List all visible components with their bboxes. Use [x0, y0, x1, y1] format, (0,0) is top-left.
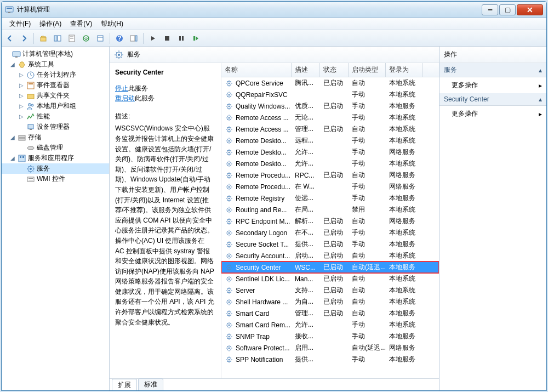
service-logon: 本地服务	[386, 332, 423, 341]
service-row[interactable]: Security CenterWSC...已启动自动(延迟...本地服务	[221, 262, 439, 273]
properties-button[interactable]	[66, 32, 78, 44]
gear-icon	[114, 50, 124, 60]
restart-service-link[interactable]: 重启动	[115, 94, 135, 102]
col-start[interactable]: 启动类型	[349, 63, 386, 77]
service-row[interactable]: Quality Windows...优质...已启动手动本地服务	[221, 100, 439, 112]
tree-performance[interactable]: ▷性能	[2, 111, 109, 122]
service-row[interactable]: Software Protect...启用...自动(延迟...网络服务	[221, 342, 439, 354]
svg-rect-29	[30, 129, 32, 130]
service-row[interactable]: Smart Card Rem...允许...手动本地系统	[221, 319, 439, 331]
pause-service-button[interactable]	[175, 32, 187, 44]
service-row[interactable]: Shell Hardware ...为自...已启动自动本地系统	[221, 296, 439, 308]
service-status: 已启动	[320, 286, 349, 295]
up-button[interactable]	[37, 32, 49, 44]
service-row[interactable]: Remote Registry使远...手动本地服务	[221, 192, 439, 204]
tree-disk-mgmt[interactable]: 磁盘管理	[2, 143, 109, 153]
service-row[interactable]: Server支持...已启动自动本地系统	[221, 285, 439, 296]
actions-group-services[interactable]: 服务▴	[439, 63, 546, 77]
svg-point-82	[229, 301, 230, 303]
service-row[interactable]: RPC Endpoint M...解析...已启动自动网络服务	[221, 215, 439, 227]
service-row[interactable]: Secondary Logon在不...已启动手动本地系统	[221, 227, 439, 238]
service-desc: 在局...	[292, 205, 320, 214]
menu-help[interactable]: 帮助(H)	[96, 18, 128, 30]
services-list[interactable]: 名称 描述 状态 启动类型 登录为 QPCore Service腾讯...已启动…	[221, 63, 439, 378]
menu-view[interactable]: 查看(V)	[66, 18, 96, 30]
service-row[interactable]: Sentinel LDK Lic...Man...已启动自动本地系统	[221, 273, 439, 285]
service-row[interactable]: Remote Procedu...RPC...已启动自动网络服务	[221, 169, 439, 181]
stop-service-link[interactable]: 停止	[115, 84, 128, 92]
stop-service-button[interactable]	[161, 32, 173, 44]
svg-rect-4	[54, 36, 57, 41]
service-row[interactable]: Security Account...启动...已启动自动本地系统	[221, 250, 439, 262]
service-logon: 本地系统	[386, 251, 423, 260]
service-row[interactable]: Remote Deskto...允许...手动网络服务	[221, 146, 439, 158]
tree-event-viewer[interactable]: ▷事件查看器	[2, 80, 109, 90]
col-status[interactable]: 状态	[320, 63, 349, 77]
tab-extended[interactable]: 扩展	[112, 379, 137, 391]
tree-storage[interactable]: ◢存储	[2, 132, 109, 143]
tree-task-scheduler[interactable]: ▷任务计划程序	[2, 70, 109, 80]
tree-local-users[interactable]: ▷本地用户和组	[2, 101, 109, 111]
svg-point-76	[229, 266, 230, 268]
service-icon	[225, 160, 233, 168]
col-name[interactable]: 名称	[221, 63, 292, 77]
chevron-right-icon: ▸	[539, 82, 542, 89]
tree-wmi[interactable]: WMI 控件	[2, 174, 109, 184]
service-start-type: 手动	[349, 355, 386, 364]
forward-button[interactable]	[18, 32, 30, 44]
tree-services[interactable]: 服务	[2, 163, 109, 174]
service-icon	[225, 344, 233, 353]
help-button[interactable]: ?	[113, 32, 125, 44]
show-hide-tree-button[interactable]	[52, 32, 64, 44]
actions-more-1[interactable]: 更多操作▸	[439, 77, 546, 93]
service-icon	[225, 275, 233, 283]
col-desc[interactable]: 描述	[292, 63, 320, 77]
tree-services-apps[interactable]: ◢服务和应用程序	[2, 153, 109, 163]
service-desc: 使远...	[292, 194, 320, 203]
service-row[interactable]: SNMP Trap接收...手动本地服务	[221, 331, 439, 342]
export-button[interactable]	[80, 32, 92, 44]
service-row[interactable]: Remote Procedu...在 W...手动网络服务	[221, 181, 439, 192]
back-button[interactable]	[4, 32, 16, 44]
restart-service-button[interactable]	[190, 32, 202, 44]
titlebar[interactable]: 计算机管理 ━ ▢ ✕	[2, 2, 546, 18]
window-controls: ━ ▢ ✕	[482, 4, 543, 15]
maximize-button[interactable]: ▢	[499, 4, 516, 15]
tree-device-manager[interactable]: 设备管理器	[2, 122, 109, 132]
svg-point-66	[229, 209, 230, 211]
close-button[interactable]: ✕	[517, 4, 543, 15]
tree-root[interactable]: 计算机管理(本地)	[2, 49, 109, 59]
service-start-type: 手动	[349, 90, 386, 99]
service-icon	[225, 263, 233, 272]
actions-group-selected[interactable]: Security Center▴	[439, 93, 546, 106]
service-row[interactable]: Remote Deskto...远程...手动本地系统	[221, 135, 439, 146]
menu-file[interactable]: 文件(F)	[5, 18, 35, 30]
service-row[interactable]: Remote Access ...无论...手动本地系统	[221, 112, 439, 123]
svg-point-88	[229, 336, 230, 337]
show-action-pane-button[interactable]	[128, 32, 140, 44]
minimize-button[interactable]: ━	[482, 4, 498, 15]
refresh-button[interactable]	[94, 32, 106, 44]
service-row[interactable]: Routing and Re...在局...禁用本地系统	[221, 204, 439, 215]
service-row[interactable]: QPCore Service腾讯...已启动自动本地系统	[221, 77, 439, 89]
service-row[interactable]: SPP Notification提供...手动本地服务	[221, 354, 439, 365]
console-tree[interactable]: 计算机管理(本地) ◢系统工具 ▷任务计划程序 ▷事件查看器 ▷共享文件夹 ▷本…	[2, 47, 110, 390]
service-row[interactable]: Remote Deskto...允许...手动本地系统	[221, 158, 439, 169]
service-icon	[225, 113, 233, 122]
service-row[interactable]: Smart Card管理...已启动自动本地服务	[221, 308, 439, 319]
menu-action[interactable]: 操作(A)	[35, 18, 66, 30]
svg-rect-1	[7, 8, 12, 9]
start-service-button[interactable]	[147, 32, 159, 44]
service-row[interactable]: Secure Socket T...提供...已启动手动本地服务	[221, 238, 439, 250]
tree-system-tools[interactable]: ◢系统工具	[2, 59, 109, 70]
actions-more-2[interactable]: 更多操作▸	[439, 106, 546, 122]
svg-rect-24	[28, 83, 33, 84]
service-logon: 本地服务	[386, 355, 423, 364]
tree-shared-folders[interactable]: ▷共享文件夹	[2, 90, 109, 101]
service-row[interactable]: Remote Access ...管理...已启动自动本地系统	[221, 123, 439, 135]
tab-standard[interactable]: 标准	[138, 378, 163, 390]
col-logon[interactable]: 登录为	[386, 63, 423, 77]
toolbar: ?	[2, 30, 546, 47]
service-row[interactable]: QQRepairFixSVC手动本地系统	[221, 89, 439, 100]
service-start-type: 手动	[349, 182, 386, 191]
